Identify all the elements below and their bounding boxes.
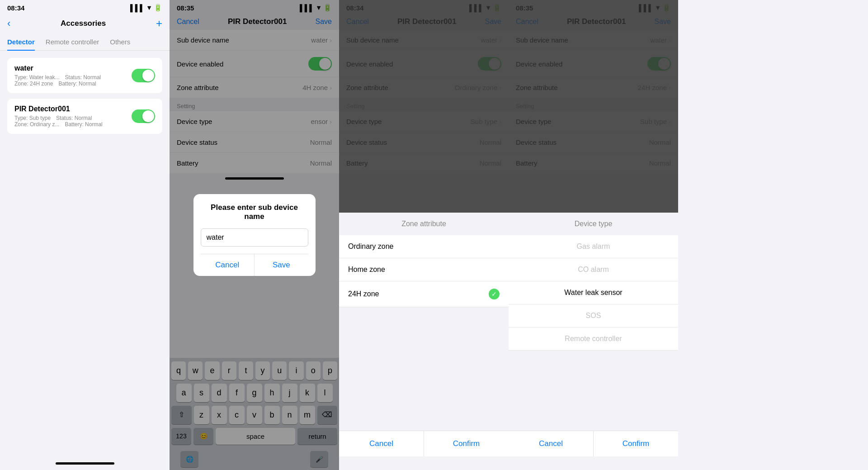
- device-meta-pir: Type: Sub type Status: Normal: [14, 115, 132, 121]
- zone-confirm-button[interactable]: Confirm: [424, 431, 509, 456]
- sheet-option-water-leak[interactable]: Water leak sensor: [509, 281, 678, 304]
- sheet-header-zone: Zone attribute: [339, 213, 509, 235]
- device-name-water: water: [14, 64, 132, 72]
- zone-bottom-sheet: Zone attribute Ordinary zone Home zone 2…: [339, 213, 509, 470]
- sheet-option-gas-alarm[interactable]: Gas alarm: [509, 235, 678, 258]
- check-icon-24h: ✓: [489, 289, 500, 299]
- water-status: Status: Normal: [65, 74, 101, 81]
- device-name-pir: PIR Detector001: [14, 105, 132, 113]
- panel-device-type-picker: 08:35 ▌▌▌ ▾ 🔋 Cancel PIR Detector001 Sav…: [509, 0, 678, 470]
- water-battery: Battery: Normal: [58, 81, 96, 87]
- sheet-option-co-alarm[interactable]: CO alarm: [509, 258, 678, 281]
- water-type-label: Type: Water leak...: [14, 74, 60, 81]
- panel-pir-detail: 08:35 ▌▌▌ ▾ 🔋 Cancel PIR Detector001 Sav…: [170, 0, 339, 470]
- add-button-p1[interactable]: +: [156, 17, 162, 30]
- sheet-header-device-type: Device type: [509, 213, 678, 235]
- home-indicator-p1: [56, 462, 114, 465]
- type-cancel-button[interactable]: Cancel: [509, 431, 593, 456]
- dialog-title: Please enter sub device name: [201, 203, 308, 221]
- dialog-input[interactable]: [201, 228, 308, 247]
- pir-status: Status: Normal: [56, 115, 92, 121]
- panel-accessories: 08:34 ▌▌▌ ▾ 🔋 ‹ Accessories + Detector R…: [0, 0, 170, 470]
- device-meta-pir-2: Zone: Ordinary z... Battery: Normal: [14, 121, 132, 128]
- toggle-pir[interactable]: [132, 109, 155, 123]
- dark-overlay-p3: [339, 0, 509, 217]
- tab-others[interactable]: Others: [110, 33, 130, 50]
- water-zone: Zone: 24H zone: [14, 81, 53, 87]
- dialog-cancel-button[interactable]: Cancel: [201, 254, 255, 276]
- sheet-option-sos[interactable]: SOS: [509, 304, 678, 328]
- device-meta-water: Type: Water leak... Status: Normal: [14, 74, 132, 81]
- device-info-pir: PIR Detector001 Type: Sub type Status: N…: [14, 105, 132, 128]
- signal-icon-p1: ▌▌▌: [130, 4, 145, 12]
- status-icons-p1: ▌▌▌ ▾ 🔋: [130, 4, 162, 12]
- status-bar-p1: 08:34 ▌▌▌ ▾ 🔋: [0, 0, 170, 14]
- sheet-option-home[interactable]: Home zone: [339, 258, 509, 281]
- tab-bar-p1: Detector Remote controller Others: [0, 33, 170, 51]
- sheet-option-remote-controller[interactable]: Remote controller: [509, 328, 678, 351]
- battery-icon-p1: 🔋: [154, 4, 162, 12]
- device-card-water[interactable]: water Type: Water leak... Status: Normal…: [7, 58, 162, 93]
- sheet-option-24h[interactable]: 24H zone ✓: [339, 281, 509, 307]
- zone-cancel-button[interactable]: Cancel: [339, 431, 424, 456]
- time-p1: 08:34: [7, 4, 24, 12]
- device-info-water: water Type: Water leak... Status: Normal…: [14, 64, 132, 87]
- dialog-save-button[interactable]: Save: [255, 254, 308, 276]
- wifi-icon-p1: ▾: [147, 4, 151, 12]
- dialog-box: Please enter sub device name Cancel Save: [193, 194, 316, 276]
- device-list: water Type: Water leak... Status: Normal…: [0, 51, 170, 459]
- tab-detector[interactable]: Detector: [7, 33, 35, 50]
- panel-zone-picker: 08:34 ▌▌▌ ▾ 🔋 Cancel PIR Detector001 Sav…: [339, 0, 509, 470]
- dialog-overlay: Please enter sub device name Cancel Save: [170, 0, 339, 470]
- pir-zone: Zone: Ordinary z...: [14, 121, 59, 128]
- type-confirm-button[interactable]: Confirm: [594, 431, 678, 456]
- dialog-buttons: Cancel Save: [201, 254, 308, 276]
- nav-bar-p1: ‹ Accessories +: [0, 14, 170, 33]
- device-card-pir[interactable]: PIR Detector001 Type: Sub type Status: N…: [7, 99, 162, 134]
- toggle-water[interactable]: [132, 69, 155, 82]
- device-meta-water-2: Zone: 24H zone Battery: Normal: [14, 81, 132, 87]
- tab-remote-controller[interactable]: Remote controller: [46, 33, 99, 50]
- device-type-bottom-sheet: Device type Gas alarm CO alarm Water lea…: [509, 213, 678, 470]
- page-title-p1: Accessories: [61, 19, 106, 28]
- pir-type-label: Type: Sub type: [14, 115, 51, 121]
- back-button-p1[interactable]: ‹: [7, 18, 10, 29]
- sheet-option-ordinary[interactable]: Ordinary zone: [339, 235, 509, 258]
- pir-battery: Battery: Normal: [65, 121, 102, 128]
- dark-overlay-p4: [509, 0, 678, 217]
